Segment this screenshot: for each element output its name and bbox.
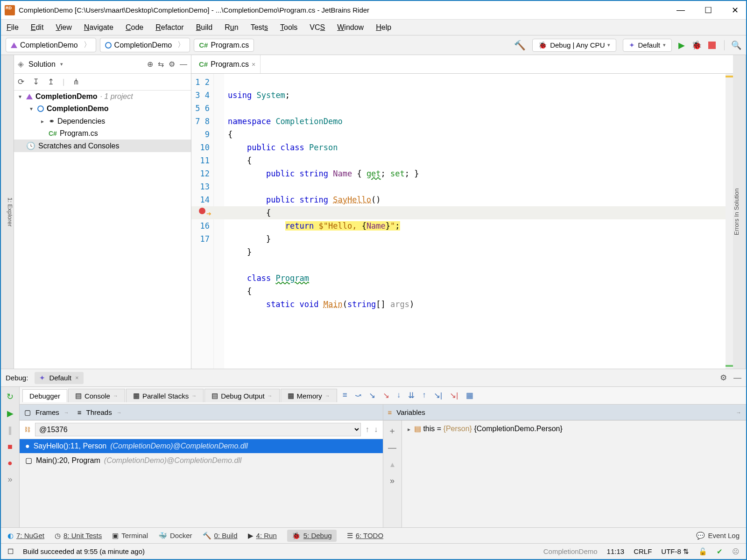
more-icon[interactable]: » [390, 476, 395, 486]
vars-tree[interactable]: ▸ ▤ this = {Person} {CompletionDemo.Pers… [402, 420, 747, 527]
show-all-icon[interactable]: ⋔ [73, 77, 79, 87]
menu-file[interactable]: File [7, 23, 19, 32]
menu-run[interactable]: Run [225, 23, 238, 32]
run-to-cursor-icon[interactable]: ↘| [434, 391, 442, 400]
sync-icon[interactable]: ⟳ [18, 77, 24, 87]
sad-face-icon[interactable]: ☹ [732, 547, 740, 556]
run-profile-select[interactable]: ✦ Default ▾ [623, 39, 672, 52]
resume-icon[interactable]: ▶ [7, 408, 14, 419]
frame-down-icon[interactable]: ↓ [374, 425, 378, 434]
force-run-to-cursor-icon[interactable]: ↘| [450, 391, 458, 400]
hide-icon[interactable]: — [180, 60, 187, 69]
tree-scratches[interactable]: 🕓 Scratches and Consoles [14, 140, 191, 152]
evaluate-icon[interactable]: ▦ [466, 391, 473, 400]
tree-dependencies[interactable]: ▸ ⚭ Dependencies [14, 115, 191, 127]
thread-select[interactable]: @15376 [35, 423, 361, 436]
remove-watch-icon[interactable]: — [388, 443, 396, 453]
left-gutter-explorer[interactable]: 1: Explorer [7, 197, 14, 227]
collapse-icon[interactable]: ⇆ [158, 60, 164, 69]
inspection-icon[interactable]: ✔ [717, 547, 723, 556]
code-text[interactable]: ➔using System; namespace CompletionDemo … [224, 74, 733, 369]
gear-icon[interactable]: ⚙ [169, 60, 175, 69]
fold-column[interactable] [214, 74, 224, 369]
close-icon[interactable]: × [252, 61, 255, 68]
menu-tests[interactable]: Tests [251, 23, 268, 32]
menu-vcs[interactable]: VCS [310, 23, 325, 32]
caret-position[interactable]: 11:13 [607, 547, 625, 555]
menu-refactor[interactable]: Refactor [155, 23, 183, 32]
step-over-icon[interactable]: ⤻ [355, 391, 361, 400]
gear-icon[interactable]: ⚙ [720, 373, 727, 383]
tab-memory[interactable]: ▦Memory→ [281, 389, 337, 402]
bottom-docker[interactable]: 🐳 Docker [158, 532, 192, 540]
up-icon[interactable]: ▴ [390, 459, 395, 469]
menu-help[interactable]: Help [376, 23, 391, 32]
smart-step-icon[interactable]: ⇊ [408, 391, 415, 400]
maximize-button[interactable]: ☐ [701, 3, 716, 17]
tab-parallel-stacks[interactable]: ▦Parallel Stacks→ [126, 389, 204, 402]
minimize-button[interactable]: — [673, 3, 689, 17]
force-step-into-icon[interactable]: ↘ [383, 391, 389, 400]
debug-profile-tab[interactable]: ✦ Default × [35, 372, 83, 384]
crumb-file[interactable]: C# Program.cs [194, 39, 254, 52]
expand-icon[interactable]: ↧ [33, 77, 39, 87]
bottom-unit-tests[interactable]: ◷ 8: Unit Tests [55, 532, 102, 540]
encoding-select[interactable]: UTF-8 ⇅ [661, 547, 689, 556]
tree-solution[interactable]: ▾ CompletionDemo · 1 project [14, 91, 191, 103]
step-up-icon[interactable]: ↑ [422, 391, 426, 400]
stop-button[interactable] [708, 42, 716, 49]
bottom-terminal[interactable]: ▣ Terminal [112, 532, 148, 540]
tab-debugger[interactable]: Debugger [22, 389, 67, 402]
chevron-down-icon[interactable]: ▾ [60, 61, 63, 67]
lock-icon[interactable]: 🔓 [698, 547, 707, 556]
line-separator[interactable]: CRLF [634, 547, 652, 555]
code-area[interactable]: 1 2 3 4 5 6 7 8 9 10 11 12 13 14 15 16 1… [191, 74, 733, 369]
menu-edit[interactable]: Edit [31, 23, 44, 32]
tree-project[interactable]: ▾ CompletionDemo [14, 103, 191, 115]
minimap[interactable] [726, 74, 733, 369]
stack-row[interactable]: ● SayHello():11, Person (CompletionDemo)… [20, 439, 383, 453]
collapse-all-icon[interactable]: ↥ [48, 77, 54, 87]
rerun-icon[interactable]: ↻ [7, 392, 14, 402]
bottom-debug[interactable]: 🐞 5: Debug [287, 530, 337, 542]
crumb-solution[interactable]: CompletionDemo 〉 [6, 38, 96, 52]
debug-button[interactable]: 🐞 [691, 40, 702, 50]
search-icon[interactable]: 🔍 [724, 40, 741, 50]
bottom-nuget[interactable]: ◐ 7: NuGet [7, 532, 44, 540]
close-button[interactable]: ✕ [728, 3, 742, 17]
frame-up-icon[interactable]: ↑ [366, 425, 370, 434]
add-watch-icon[interactable]: ＋ [388, 425, 396, 436]
bottom-eventlog[interactable]: 💬 Event Log [696, 532, 740, 540]
step-out-icon[interactable]: ↓ [397, 391, 401, 400]
config-select[interactable]: 🐞 Debug | Any CPU ▾ [532, 39, 616, 52]
stop-icon[interactable]: ■ [7, 442, 13, 452]
build-icon[interactable]: 🔨 [514, 40, 526, 51]
restore-layout-icon[interactable]: → [736, 409, 741, 416]
bottom-build[interactable]: 🔨 0: Build [203, 532, 238, 540]
menu-build[interactable]: Build [196, 23, 213, 32]
pause-icon[interactable]: ‖ [8, 425, 12, 435]
locate-icon[interactable]: ⊕ [147, 60, 153, 69]
view-breakpoints-icon[interactable]: ● [7, 458, 13, 468]
menu-window[interactable]: Window [337, 23, 364, 32]
step-into-icon[interactable]: ↘ [369, 391, 375, 400]
stack-row[interactable]: ▢ Main():20, Program (CompletionDemo)@Co… [20, 453, 383, 468]
bottom-run[interactable]: ▶ 4: Run [248, 532, 277, 540]
menu-tools[interactable]: Tools [280, 23, 297, 32]
more-icon[interactable]: » [7, 475, 12, 484]
tab-debug-output[interactable]: ▤Debug Output→ [204, 389, 279, 402]
run-button[interactable]: ▶ [678, 40, 685, 50]
right-gutter-errors[interactable]: Errors In Solution [733, 189, 740, 235]
show-exec-point-icon[interactable]: ≡ [343, 391, 347, 400]
menu-view[interactable]: View [56, 23, 71, 32]
breakpoint-icon[interactable] [199, 208, 205, 214]
hide-icon[interactable]: — [733, 373, 741, 383]
tree-file-program[interactable]: C# Program.cs [14, 127, 191, 140]
tab-console[interactable]: ▤Console→ [68, 389, 125, 402]
crumb-project[interactable]: CompletionDemo 〉 [100, 38, 190, 52]
menu-navigate[interactable]: Navigate [84, 23, 113, 32]
threads-title[interactable]: Threads [86, 408, 112, 416]
close-icon[interactable]: × [75, 374, 79, 381]
menu-code[interactable]: Code [126, 23, 143, 32]
bottom-todo[interactable]: ☰ 6: TODO [347, 532, 383, 540]
